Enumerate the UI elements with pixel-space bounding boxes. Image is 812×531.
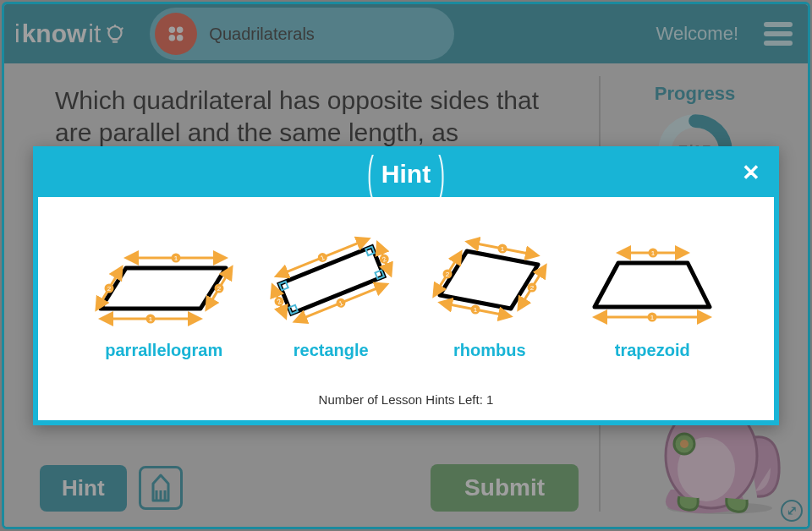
svg-rect-27 <box>366 247 375 255</box>
shape-rectangle: 1 1 2 2 rectangle <box>267 236 394 360</box>
close-icon[interactable]: ✕ <box>742 160 760 186</box>
svg-rect-25 <box>280 247 385 314</box>
svg-text:1: 1 <box>651 249 656 257</box>
svg-rect-28 <box>289 305 298 314</box>
shape-trapezoid: 1 1 trapezoid <box>584 244 720 360</box>
hints-left-prefix: Number of Lesson Hints Left: <box>319 392 486 407</box>
svg-text:2: 2 <box>446 271 450 278</box>
shape-label: trapezoid <box>584 341 720 360</box>
svg-text:1: 1 <box>474 306 478 314</box>
svg-text:1: 1 <box>149 315 153 323</box>
svg-rect-29 <box>376 270 384 278</box>
svg-text:1: 1 <box>650 314 655 321</box>
hint-modal-title: Hint <box>381 160 431 189</box>
app-frame: iknowit Quadrilaterals Welcome! Which qu… <box>2 2 810 529</box>
shape-parallelogram: 1 1 2 2 parrallelogram <box>92 248 236 360</box>
shape-rhombus: 1 1 2 2 rhombus <box>426 236 553 360</box>
hint-modal: ( Hint ) ✕ 1 1 2 <box>33 146 779 425</box>
svg-rect-26 <box>280 282 288 290</box>
shape-label: rhombus <box>426 341 553 360</box>
svg-text:1: 1 <box>501 245 505 253</box>
hint-modal-body: 1 1 2 2 parrallelogram <box>38 197 774 377</box>
paren-left-icon: ( <box>367 147 374 202</box>
shape-label: parrallelogram <box>92 341 236 360</box>
paren-right-icon: ) <box>438 147 445 202</box>
shape-label: rectangle <box>267 341 394 360</box>
hint-modal-header: ( Hint ) ✕ <box>38 151 774 197</box>
svg-marker-12 <box>101 268 226 309</box>
hints-left-count: 1 <box>486 392 493 407</box>
svg-text:2: 2 <box>530 284 535 292</box>
svg-text:1: 1 <box>174 255 178 262</box>
svg-text:2: 2 <box>107 285 112 293</box>
svg-text:2: 2 <box>217 285 222 293</box>
svg-marker-55 <box>595 263 710 307</box>
hint-modal-footer: Number of Lesson Hints Left: 1 <box>38 377 774 420</box>
